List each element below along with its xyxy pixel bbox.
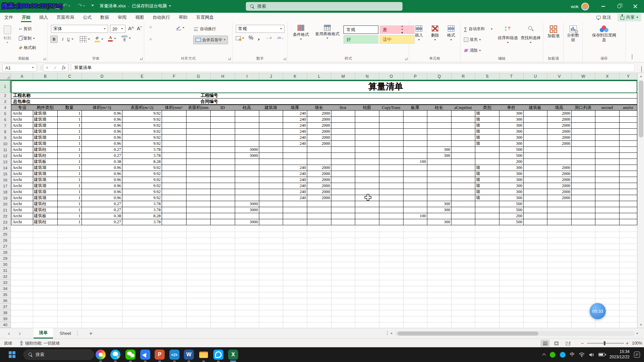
formula-input[interactable]: 算量清单 <box>71 64 635 72</box>
cell-G23[interactable] <box>186 219 211 225</box>
cell-D16[interactable]: 0.96 <box>82 177 122 183</box>
column-header-V[interactable]: V <box>547 73 572 80</box>
cell-Y19[interactable] <box>619 195 637 201</box>
cell-D7[interactable]: 0.96 <box>82 123 122 129</box>
cell-K18[interactable]: 240 <box>283 189 307 195</box>
row-header-4[interactable]: 4 <box>0 105 11 111</box>
cell-U21[interactable] <box>523 207 547 213</box>
cell-Q11[interactable]: 300 <box>427 147 451 153</box>
gallery-more-icon[interactable] <box>401 32 403 34</box>
ribbon-tab-文件[interactable]: 文件 <box>0 13 17 22</box>
cell-F22[interactable] <box>162 213 186 219</box>
ribbon-tab-自动执行[interactable]: 自动执行 <box>148 13 174 22</box>
find-select-button[interactable]: 查找和选择 <box>520 26 542 43</box>
cell-B19[interactable]: 建筑墙 <box>33 195 58 201</box>
fill-color-button[interactable] <box>95 36 103 42</box>
column-header-J[interactable]: J <box>259 73 283 80</box>
cell-I22[interactable] <box>235 213 259 219</box>
cell-N5[interactable] <box>355 111 379 117</box>
cell-Y6[interactable] <box>619 117 637 123</box>
cell-U18[interactable] <box>523 189 547 195</box>
cell-U16[interactable] <box>523 177 547 183</box>
cell-U14[interactable] <box>523 165 547 171</box>
cell-L20[interactable] <box>307 201 331 207</box>
cell-Y5[interactable] <box>619 111 637 117</box>
cell-O6[interactable] <box>379 117 404 123</box>
cell-O5[interactable] <box>379 111 404 117</box>
row-header-26[interactable]: 26 <box>0 237 11 243</box>
cell-O19[interactable] <box>379 195 404 201</box>
avatar[interactable] <box>581 3 589 10</box>
cell-X12[interactable] <box>595 153 620 159</box>
cell-X20[interactable] <box>595 201 620 207</box>
header-cell-E4[interactable]: 表面积(m^2) <box>122 105 162 111</box>
cell-P22[interactable]: 100 <box>403 213 427 219</box>
column-header-D[interactable]: D <box>82 73 122 80</box>
cell-K6[interactable]: 240 <box>283 117 307 123</box>
copy-button[interactable]: 复制 <box>19 36 35 41</box>
row-header-31[interactable]: 31 <box>0 267 11 274</box>
row-header-14[interactable]: 14 <box>0 165 11 171</box>
cell-I16[interactable] <box>235 177 259 183</box>
column-header-M[interactable]: M <box>331 73 355 80</box>
cell-R23[interactable] <box>451 219 475 225</box>
cell-C12[interactable]: 1 <box>57 153 82 159</box>
cell-T8[interactable]: 300 <box>499 129 524 135</box>
enter-icon[interactable]: ✓ <box>54 65 57 70</box>
cell-K19[interactable]: 240 <box>283 195 307 201</box>
cell-T7[interactable]: 300 <box>499 123 524 129</box>
cell-T10[interactable]: 300 <box>499 141 524 147</box>
cell-D20[interactable]: 0.27 <box>82 201 122 207</box>
row-header-22[interactable]: 22 <box>0 213 11 219</box>
cell-K5[interactable]: 240 <box>283 111 307 117</box>
cell-K20[interactable] <box>283 201 307 207</box>
cell-P20[interactable] <box>403 201 427 207</box>
cell-T5[interactable]: 300 <box>499 111 524 117</box>
ribbon-tab-审阅[interactable]: 审阅 <box>113 13 131 22</box>
cell-R22[interactable] <box>451 213 475 219</box>
cell-B12[interactable]: 建筑柱 <box>33 153 58 159</box>
cell-F5[interactable] <box>162 111 186 117</box>
cell-C23[interactable]: 1 <box>57 219 82 225</box>
cell-style-好[interactable]: 好 <box>343 35 378 44</box>
cell-F20[interactable] <box>162 201 186 207</box>
cell-H12[interactable] <box>210 153 235 159</box>
cell-Y23[interactable] <box>619 219 637 225</box>
cell-K8[interactable]: 240 <box>283 129 307 135</box>
cell-O23[interactable] <box>379 219 404 225</box>
row-header-9[interactable]: 9 <box>0 135 11 141</box>
cell-N15[interactable] <box>355 171 379 177</box>
cell-M16[interactable] <box>331 177 355 183</box>
analyze-data-button[interactable]: 分析数据 <box>565 25 581 43</box>
cell-F11[interactable] <box>162 147 186 153</box>
cell-U19[interactable] <box>523 195 547 201</box>
cell-L10[interactable]: 2000 <box>307 141 331 147</box>
cell-A16[interactable]: Archi <box>11 177 33 183</box>
select-all-button[interactable] <box>0 73 11 80</box>
row-header-29[interactable]: 29 <box>0 255 11 261</box>
cell-style-常规[interactable]: 常规 <box>343 25 378 34</box>
delete-cells-button[interactable]: 删除 <box>428 25 442 41</box>
cell-K7[interactable]: 240 <box>283 123 307 129</box>
cell-Y15[interactable] <box>619 171 637 177</box>
row-header-39[interactable]: 39 <box>0 316 11 322</box>
cell-I18[interactable] <box>235 189 259 195</box>
cell-R15[interactable] <box>451 171 475 177</box>
cell-Q6[interactable] <box>427 117 451 123</box>
cell-K13[interactable] <box>283 159 307 165</box>
cell-H7[interactable] <box>210 123 235 129</box>
info-row-3[interactable]: 总包单位合同编号 <box>11 99 637 105</box>
addins-button[interactable]: 加载项 <box>545 25 561 39</box>
cell-S15[interactable]: 墙 <box>475 171 499 177</box>
add-sheet-button[interactable]: + <box>86 328 96 339</box>
cell-E9[interactable]: 9.92 <box>122 135 162 141</box>
cell-M7[interactable] <box>331 123 355 129</box>
cell-Q21[interactable]: 300 <box>427 207 451 213</box>
row-header-7[interactable]: 7 <box>0 123 11 129</box>
cell-G16[interactable] <box>186 177 211 183</box>
cell-B22[interactable]: 建筑板 <box>33 213 58 219</box>
cell-U8[interactable] <box>523 129 547 135</box>
next-sheet-icon[interactable]: › <box>15 328 24 339</box>
cell-N21[interactable] <box>355 207 379 213</box>
insert-function-icon[interactable]: fx <box>62 65 65 70</box>
